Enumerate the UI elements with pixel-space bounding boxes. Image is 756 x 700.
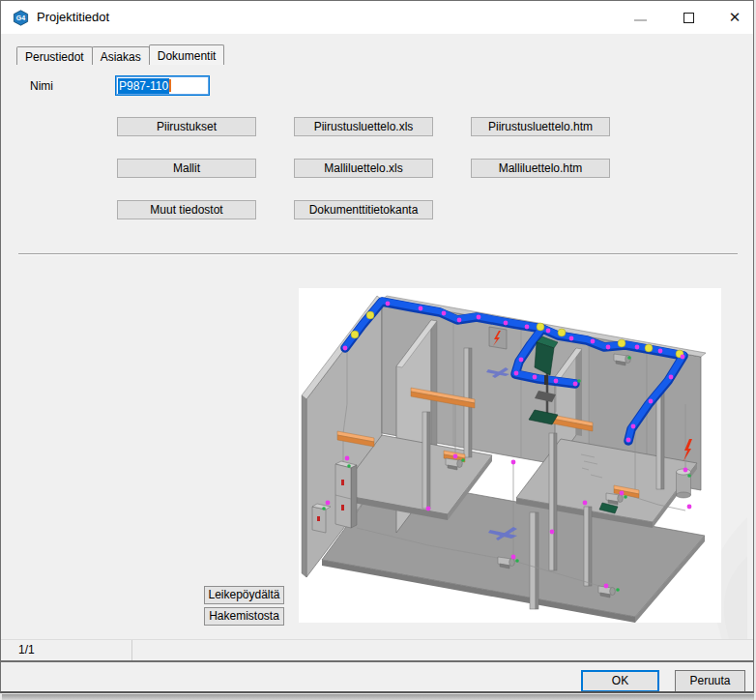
project-3d-preview: [299, 288, 721, 623]
ok-button[interactable]: OK: [581, 670, 659, 692]
minimize-button[interactable]: [624, 1, 656, 34]
from-clipboard-button[interactable]: Leikepöydältä: [204, 586, 284, 604]
status-bar: 1/1: [1, 639, 754, 662]
text-caret: [169, 79, 171, 92]
project-name-input[interactable]: P987-110: [115, 75, 210, 96]
muut-tiedostot-button[interactable]: Muut tiedostot: [117, 200, 256, 219]
dokumenttitietokanta-button[interactable]: Dokumenttitietokanta: [294, 200, 433, 219]
tab-dokumentit[interactable]: Dokumentit: [149, 44, 225, 65]
name-label: Nimi: [30, 79, 53, 93]
tab-strip: Perustiedot Asiakas Dokumentit: [16, 44, 223, 65]
cancel-button[interactable]: Peruuta: [675, 670, 745, 692]
maximize-button[interactable]: [672, 1, 705, 34]
window-title: Projektitiedot: [37, 10, 109, 24]
mallit-button[interactable]: Mallit: [117, 159, 256, 178]
selected-text: P987-110: [118, 78, 169, 94]
tab-asiakas[interactable]: Asiakas: [92, 46, 150, 65]
app-g4-icon: G4: [13, 10, 29, 26]
divider: [18, 253, 738, 255]
window-shadow: [2, 694, 754, 700]
piirustusluettelo-htm-button[interactable]: Piirustusluettelo.htm: [471, 117, 610, 136]
piirustukset-button[interactable]: Piirustukset: [117, 117, 256, 136]
project-info-dialog: G4 Projektitiedot ✕ Perustiedot Asiakas …: [0, 0, 754, 693]
minimize-icon: [634, 19, 647, 21]
maximize-icon: [683, 13, 694, 23]
page-counter: 1/1: [1, 640, 132, 660]
titlebar[interactable]: G4 Projektitiedot ✕: [1, 1, 753, 34]
piirustusluettelo-xls-button[interactable]: Piirustusluettelo.xls: [294, 117, 433, 136]
screen: G4 Projektitiedot ✕ Perustiedot Asiakas …: [0, 0, 756, 700]
close-icon: ✕: [729, 9, 741, 26]
malliluettelo-htm-button[interactable]: Malliluettelo.htm: [471, 159, 610, 178]
svg-text:G4: G4: [16, 15, 25, 21]
preview-panel: [299, 288, 721, 623]
tab-perustiedot[interactable]: Perustiedot: [16, 46, 93, 65]
from-directory-button[interactable]: Hakemistosta: [204, 607, 284, 626]
close-button[interactable]: ✕: [718, 1, 751, 34]
malliluettelo-xls-button[interactable]: Malliluettelo.xls: [294, 159, 433, 178]
